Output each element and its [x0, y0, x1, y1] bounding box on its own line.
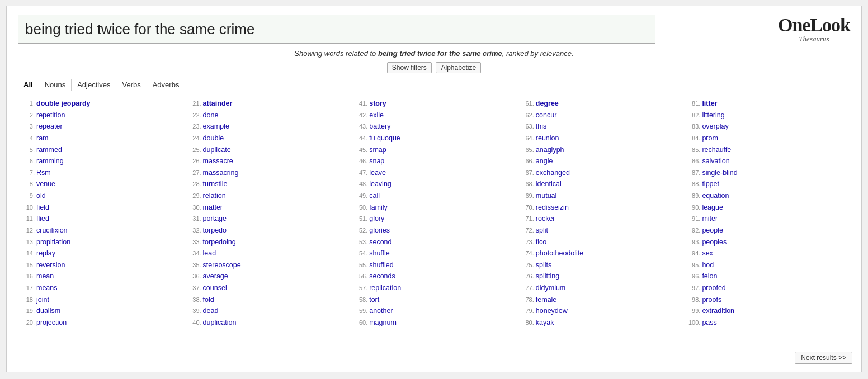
word-link[interactable]: splitting — [536, 271, 559, 282]
word-link[interactable]: story — [369, 98, 386, 110]
word-link[interactable]: Rsm — [36, 167, 51, 179]
word-link[interactable]: felon — [702, 271, 717, 282]
word-link[interactable]: magnum — [369, 317, 397, 329]
word-link[interactable]: salvation — [702, 155, 729, 167]
word-link[interactable]: equation — [702, 190, 729, 202]
word-link[interactable]: portage — [203, 213, 227, 225]
word-link[interactable]: double jeopardy — [36, 98, 91, 110]
word-link[interactable]: massacring — [203, 167, 239, 179]
word-link[interactable]: mutual — [536, 190, 557, 202]
alphabetize-button[interactable]: Alphabetize — [436, 62, 481, 73]
word-link[interactable]: old — [36, 190, 46, 202]
word-link[interactable]: propitiation — [36, 236, 70, 248]
word-link[interactable]: fold — [203, 294, 214, 306]
word-link[interactable]: field — [36, 202, 49, 214]
word-link[interactable]: phototheodolite — [536, 248, 584, 259]
word-link[interactable]: anaglyph — [536, 144, 564, 156]
word-link[interactable]: flied — [36, 213, 49, 225]
word-link[interactable]: proofs — [702, 294, 721, 306]
word-link[interactable]: means — [36, 282, 58, 294]
word-link[interactable]: tu quoque — [369, 132, 400, 144]
word-link[interactable]: torpedo — [203, 225, 227, 236]
tab-verbs[interactable]: Verbs — [116, 79, 147, 91]
search-input[interactable] — [18, 15, 655, 44]
word-link[interactable]: projection — [36, 317, 67, 329]
word-link[interactable]: snap — [369, 155, 384, 167]
word-link[interactable]: stereoscope — [203, 259, 241, 271]
word-link[interactable]: double — [203, 132, 224, 144]
word-link[interactable]: attainder — [203, 98, 233, 110]
word-link[interactable]: duplication — [203, 317, 237, 329]
word-link[interactable]: massacre — [203, 155, 233, 167]
word-link[interactable]: littering — [702, 110, 724, 121]
word-link[interactable]: kayak — [536, 317, 554, 329]
word-link[interactable]: ram — [36, 132, 49, 144]
word-link[interactable]: reunion — [536, 132, 559, 144]
word-link[interactable]: prom — [702, 132, 718, 144]
word-link[interactable]: seconds — [369, 271, 395, 282]
word-link[interactable]: didymium — [536, 282, 566, 294]
word-link[interactable]: turnstile — [203, 178, 228, 190]
word-link[interactable]: exchanged — [536, 167, 570, 179]
word-link[interactable]: degree — [536, 98, 559, 110]
word-link[interactable]: fico — [536, 236, 546, 248]
word-link[interactable]: repetition — [36, 110, 65, 121]
word-link[interactable]: identical — [536, 178, 562, 190]
word-link[interactable]: exile — [369, 110, 384, 121]
word-link[interactable]: battery — [369, 121, 390, 132]
next-results-button[interactable]: Next results >> — [795, 352, 852, 364]
word-link[interactable]: glory — [369, 213, 384, 225]
word-link[interactable]: dualism — [36, 305, 60, 317]
word-link[interactable]: overplay — [702, 121, 728, 132]
word-link[interactable]: leaving — [369, 178, 391, 190]
word-link[interactable]: tippet — [702, 178, 719, 190]
word-link[interactable]: call — [369, 190, 380, 202]
tab-nouns[interactable]: Nouns — [39, 79, 72, 91]
word-link[interactable]: hod — [702, 259, 714, 271]
word-link[interactable]: angle — [536, 155, 553, 167]
word-link[interactable]: tort — [369, 294, 379, 306]
word-link[interactable]: concur — [536, 110, 557, 121]
word-link[interactable]: smap — [369, 144, 386, 156]
word-link[interactable]: lead — [203, 248, 216, 259]
word-link[interactable]: family — [369, 202, 388, 214]
word-link[interactable]: dead — [203, 305, 219, 317]
word-link[interactable]: second — [369, 236, 391, 248]
word-link[interactable]: duplicate — [203, 144, 231, 156]
word-link[interactable]: crucifixion — [36, 225, 68, 236]
word-link[interactable]: redisseizin — [536, 202, 569, 214]
word-link[interactable]: another — [369, 305, 393, 317]
word-link[interactable]: rechauffe — [702, 144, 731, 156]
word-link[interactable]: torpedoing — [203, 236, 236, 248]
tab-adverbs[interactable]: Adverbs — [147, 79, 185, 91]
word-link[interactable]: extradition — [702, 305, 734, 317]
word-link[interactable]: shuffled — [369, 259, 394, 271]
word-link[interactable]: pass — [702, 317, 716, 329]
word-link[interactable]: average — [203, 271, 228, 282]
word-link[interactable]: sex — [702, 248, 713, 259]
word-link[interactable]: reversion — [36, 259, 65, 271]
word-link[interactable]: example — [203, 121, 229, 132]
word-link[interactable]: split — [536, 225, 548, 236]
word-link[interactable]: done — [203, 110, 219, 121]
word-link[interactable]: shuffle — [369, 248, 390, 259]
word-link[interactable]: this — [536, 121, 546, 132]
word-link[interactable]: relation — [203, 190, 226, 202]
word-link[interactable]: repeater — [36, 121, 63, 132]
word-link[interactable]: people — [702, 225, 723, 236]
word-link[interactable]: splits — [536, 259, 551, 271]
word-link[interactable]: rocker — [536, 213, 555, 225]
word-link[interactable]: ramming — [36, 155, 64, 167]
word-link[interactable]: litter — [702, 98, 717, 110]
word-link[interactable]: matter — [203, 202, 223, 214]
word-link[interactable]: proofed — [702, 282, 725, 294]
word-link[interactable]: single-blind — [702, 167, 737, 179]
word-link[interactable]: counsel — [203, 282, 227, 294]
word-link[interactable]: league — [702, 202, 723, 214]
word-link[interactable]: leave — [369, 167, 386, 179]
word-link[interactable]: honeydew — [536, 305, 568, 317]
word-link[interactable]: replication — [369, 282, 401, 294]
tab-all[interactable]: All — [18, 79, 39, 91]
word-link[interactable]: peoples — [702, 236, 727, 248]
word-link[interactable]: glories — [369, 225, 390, 236]
